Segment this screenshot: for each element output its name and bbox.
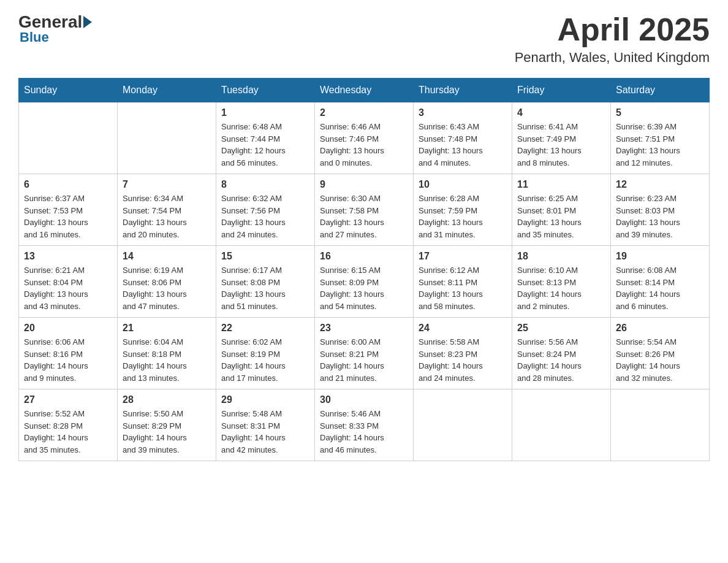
logo-blue-text: Blue [20,29,49,45]
calendar-cell: 3Sunrise: 6:43 AM Sunset: 7:48 PM Daylig… [414,102,512,174]
day-number: 28 [123,394,211,405]
day-info: Sunrise: 6:02 AM Sunset: 8:19 PM Dayligh… [221,336,309,384]
calendar-cell: 30Sunrise: 5:46 AM Sunset: 8:33 PM Dayli… [315,389,414,461]
calendar-cell [118,102,216,174]
calendar-cell: 1Sunrise: 6:48 AM Sunset: 7:44 PM Daylig… [216,102,315,174]
day-info: Sunrise: 6:17 AM Sunset: 8:08 PM Dayligh… [221,264,309,312]
day-number: 5 [616,107,704,118]
calendar-cell: 27Sunrise: 5:52 AM Sunset: 8:28 PM Dayli… [19,389,118,461]
day-number: 1 [221,107,309,118]
day-of-week-header: Monday [118,79,216,102]
calendar-week-row: 6Sunrise: 6:37 AM Sunset: 7:53 PM Daylig… [19,174,710,246]
day-of-week-header: Friday [512,79,611,102]
calendar-cell [611,389,710,461]
day-info: Sunrise: 6:25 AM Sunset: 8:01 PM Dayligh… [517,193,605,240]
page-header: General Blue April 2025 Penarth, Wales, … [18,12,710,66]
day-number: 27 [24,394,112,405]
day-number: 25 [517,323,605,334]
calendar-cell: 19Sunrise: 6:08 AM Sunset: 8:14 PM Dayli… [611,246,710,318]
day-number: 11 [517,179,605,190]
day-info: Sunrise: 6:06 AM Sunset: 8:16 PM Dayligh… [24,336,112,384]
day-number: 7 [123,179,211,190]
calendar-cell: 25Sunrise: 5:56 AM Sunset: 8:24 PM Dayli… [512,318,611,389]
day-of-week-header: Thursday [414,79,512,102]
day-number: 29 [221,394,309,405]
calendar-cell [19,102,118,174]
day-number: 30 [320,394,408,405]
day-of-week-header: Tuesday [216,79,315,102]
day-info: Sunrise: 6:23 AM Sunset: 8:03 PM Dayligh… [616,193,704,240]
day-info: Sunrise: 6:08 AM Sunset: 8:14 PM Dayligh… [616,264,704,312]
calendar-cell: 2Sunrise: 6:46 AM Sunset: 7:46 PM Daylig… [315,102,414,174]
day-info: Sunrise: 5:54 AM Sunset: 8:26 PM Dayligh… [616,336,704,384]
logo: General Blue [18,12,93,45]
day-info: Sunrise: 6:46 AM Sunset: 7:46 PM Dayligh… [320,121,408,169]
day-number: 21 [123,323,211,334]
day-number: 3 [419,107,507,118]
day-info: Sunrise: 6:15 AM Sunset: 8:09 PM Dayligh… [320,264,408,312]
day-info: Sunrise: 6:12 AM Sunset: 8:11 PM Dayligh… [419,264,507,312]
calendar-cell: 20Sunrise: 6:06 AM Sunset: 8:16 PM Dayli… [19,318,118,389]
day-info: Sunrise: 5:50 AM Sunset: 8:29 PM Dayligh… [123,408,211,456]
calendar-cell: 9Sunrise: 6:30 AM Sunset: 7:58 PM Daylig… [315,174,414,246]
day-info: Sunrise: 6:19 AM Sunset: 8:06 PM Dayligh… [123,264,211,312]
title-section: April 2025 Penarth, Wales, United Kingdo… [515,12,710,66]
day-number: 12 [616,179,704,190]
day-info: Sunrise: 6:39 AM Sunset: 7:51 PM Dayligh… [616,121,704,169]
calendar-week-row: 20Sunrise: 6:06 AM Sunset: 8:16 PM Dayli… [19,318,710,389]
calendar-cell: 17Sunrise: 6:12 AM Sunset: 8:11 PM Dayli… [414,246,512,318]
calendar-header-row: SundayMondayTuesdayWednesdayThursdayFrid… [19,79,710,102]
day-info: Sunrise: 6:34 AM Sunset: 7:54 PM Dayligh… [123,193,211,240]
day-number: 19 [616,251,704,262]
calendar-cell: 15Sunrise: 6:17 AM Sunset: 8:08 PM Dayli… [216,246,315,318]
calendar-cell [414,389,512,461]
calendar-week-row: 1Sunrise: 6:48 AM Sunset: 7:44 PM Daylig… [19,102,710,174]
day-info: Sunrise: 6:48 AM Sunset: 7:44 PM Dayligh… [221,121,309,169]
calendar-cell [512,389,611,461]
logo-arrow-icon [83,16,92,28]
day-info: Sunrise: 6:41 AM Sunset: 7:49 PM Dayligh… [517,121,605,169]
day-info: Sunrise: 6:00 AM Sunset: 8:21 PM Dayligh… [320,336,408,384]
calendar-cell: 29Sunrise: 5:48 AM Sunset: 8:31 PM Dayli… [216,389,315,461]
calendar-cell: 24Sunrise: 5:58 AM Sunset: 8:23 PM Dayli… [414,318,512,389]
day-number: 13 [24,251,112,262]
day-info: Sunrise: 5:58 AM Sunset: 8:23 PM Dayligh… [419,336,507,384]
calendar-table: SundayMondayTuesdayWednesdayThursdayFrid… [18,78,710,461]
day-of-week-header: Sunday [19,79,118,102]
day-number: 6 [24,179,112,190]
day-number: 10 [419,179,507,190]
calendar-cell: 18Sunrise: 6:10 AM Sunset: 8:13 PM Dayli… [512,246,611,318]
day-of-week-header: Saturday [611,79,710,102]
day-number: 9 [320,179,408,190]
calendar-week-row: 27Sunrise: 5:52 AM Sunset: 8:28 PM Dayli… [19,389,710,461]
day-number: 4 [517,107,605,118]
day-number: 2 [320,107,408,118]
day-number: 15 [221,251,309,262]
calendar-cell: 12Sunrise: 6:23 AM Sunset: 8:03 PM Dayli… [611,174,710,246]
day-info: Sunrise: 6:37 AM Sunset: 7:53 PM Dayligh… [24,193,112,240]
day-number: 17 [419,251,507,262]
calendar-cell: 6Sunrise: 6:37 AM Sunset: 7:53 PM Daylig… [19,174,118,246]
day-info: Sunrise: 6:43 AM Sunset: 7:48 PM Dayligh… [419,121,507,169]
day-number: 20 [24,323,112,334]
calendar-cell: 28Sunrise: 5:50 AM Sunset: 8:29 PM Dayli… [118,389,216,461]
calendar-week-row: 13Sunrise: 6:21 AM Sunset: 8:04 PM Dayli… [19,246,710,318]
day-info: Sunrise: 6:10 AM Sunset: 8:13 PM Dayligh… [517,264,605,312]
calendar-cell: 10Sunrise: 6:28 AM Sunset: 7:59 PM Dayli… [414,174,512,246]
calendar-cell: 23Sunrise: 6:00 AM Sunset: 8:21 PM Dayli… [315,318,414,389]
calendar-cell: 21Sunrise: 6:04 AM Sunset: 8:18 PM Dayli… [118,318,216,389]
calendar-cell: 22Sunrise: 6:02 AM Sunset: 8:19 PM Dayli… [216,318,315,389]
calendar-cell: 8Sunrise: 6:32 AM Sunset: 7:56 PM Daylig… [216,174,315,246]
calendar-cell: 7Sunrise: 6:34 AM Sunset: 7:54 PM Daylig… [118,174,216,246]
day-of-week-header: Wednesday [315,79,414,102]
calendar-cell: 14Sunrise: 6:19 AM Sunset: 8:06 PM Dayli… [118,246,216,318]
calendar-cell: 26Sunrise: 5:54 AM Sunset: 8:26 PM Dayli… [611,318,710,389]
day-info: Sunrise: 5:48 AM Sunset: 8:31 PM Dayligh… [221,408,309,456]
location-title: Penarth, Wales, United Kingdom [515,50,710,66]
day-number: 24 [419,323,507,334]
day-info: Sunrise: 6:04 AM Sunset: 8:18 PM Dayligh… [123,336,211,384]
calendar-cell: 5Sunrise: 6:39 AM Sunset: 7:51 PM Daylig… [611,102,710,174]
day-info: Sunrise: 6:30 AM Sunset: 7:58 PM Dayligh… [320,193,408,240]
day-info: Sunrise: 5:52 AM Sunset: 8:28 PM Dayligh… [24,408,112,456]
day-number: 8 [221,179,309,190]
